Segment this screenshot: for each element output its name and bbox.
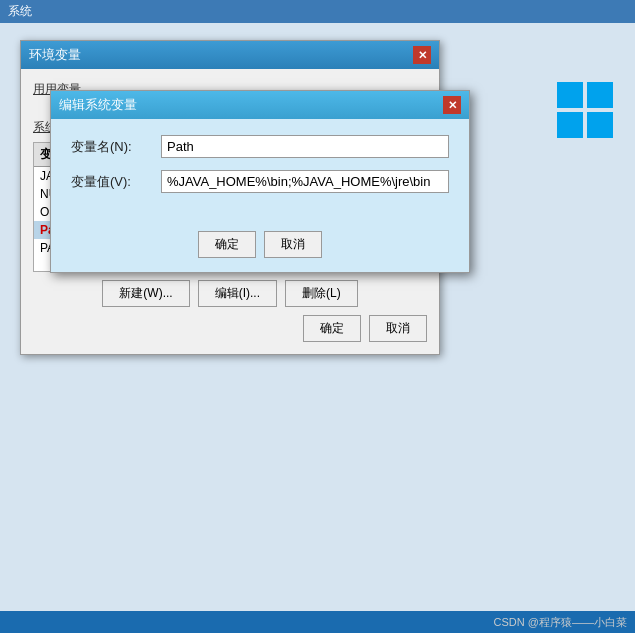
taskbar: CSDN @程序猿——小白菜 — [0, 611, 635, 633]
var-name-row: 变量名(N): — [71, 135, 449, 158]
env-ok-button[interactable]: 确定 — [303, 315, 361, 342]
svg-rect-0 — [557, 82, 583, 108]
var-name-label: 变量名(N): — [71, 138, 161, 156]
bg-title-text: 系统 — [8, 3, 32, 20]
edit-system-variable-dialog: 编辑系统变量 ✕ 变量名(N): 变量值(V): 确定 取消 — [50, 90, 470, 273]
edit-dialog-title-bar: 编辑系统变量 ✕ — [51, 91, 469, 119]
edit-dialog-close-button[interactable]: ✕ — [443, 96, 461, 114]
edit-dialog-buttons: 确定 取消 — [51, 221, 469, 272]
delete-button[interactable]: 删除(L) — [285, 280, 358, 307]
svg-rect-2 — [557, 112, 583, 138]
edit-dialog-content: 变量名(N): 变量值(V): — [51, 119, 469, 221]
env-dialog-title: 环境变量 — [29, 46, 81, 64]
edit-button[interactable]: 编辑(I)... — [198, 280, 277, 307]
svg-rect-1 — [587, 82, 613, 108]
env-dialog-ok-cancel: 确定 取消 — [33, 315, 427, 342]
edit-cancel-button[interactable]: 取消 — [264, 231, 322, 258]
new-button[interactable]: 新建(W)... — [102, 280, 189, 307]
bg-title-bar: 系统 — [0, 0, 635, 23]
var-value-row: 变量值(V): — [71, 170, 449, 193]
var-value-input[interactable] — [161, 170, 449, 193]
windows-logo — [555, 80, 615, 140]
watermark-text: CSDN @程序猿——小白菜 — [494, 615, 627, 630]
env-dialog-close-button[interactable]: ✕ — [413, 46, 431, 64]
env-cancel-button[interactable]: 取消 — [369, 315, 427, 342]
svg-rect-3 — [587, 112, 613, 138]
var-name-input[interactable] — [161, 135, 449, 158]
system-var-buttons: 新建(W)... 编辑(I)... 删除(L) — [33, 280, 427, 307]
edit-dialog-title: 编辑系统变量 — [59, 96, 137, 114]
var-value-label: 变量值(V): — [71, 173, 161, 191]
edit-ok-button[interactable]: 确定 — [198, 231, 256, 258]
env-dialog-title-bar: 环境变量 ✕ — [21, 41, 439, 69]
